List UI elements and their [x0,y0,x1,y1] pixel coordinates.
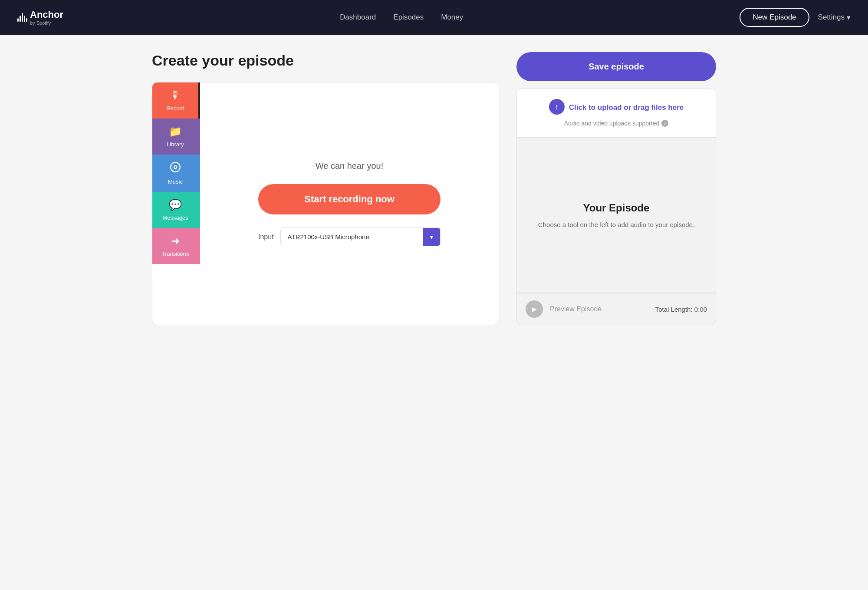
tool-record-label: Record [166,105,184,112]
tool-library[interactable]: 📁 Library [152,119,200,155]
library-icon: 📁 [169,125,182,138]
microphone-select[interactable]: ATR2100x-USB Microphone ▾ [280,227,441,246]
settings-chevron-icon: ▾ [847,13,851,22]
episode-panel: ↑ Click to upload or drag files here Aud… [516,88,716,325]
tool-music-label: Music [168,178,183,185]
transitions-icon: ➜ [171,235,180,247]
upload-zone[interactable]: ↑ Click to upload or drag files here Aud… [517,89,716,138]
your-episode-title: Your Episode [583,202,650,214]
info-icon[interactable]: i [661,120,668,127]
tool-record[interactable]: 🎙 Record [152,82,200,119]
play-icon: ▶ [532,306,537,313]
music-icon [170,162,181,175]
main-content: Create your episode 🎙 Record 📁 Library M… [130,35,738,343]
upload-subtext-label: Audio and video uploads supported [564,120,660,127]
upload-row: ↑ Click to upload or drag files here [549,99,684,116]
record-icon: 🎙 [170,89,181,102]
dropdown-arrow-icon[interactable]: ▾ [423,228,440,246]
tool-messages[interactable]: 💬 Messages [152,192,200,228]
tool-music[interactable]: Music [152,155,200,192]
microphone-name: ATR2100x-USB Microphone [281,228,423,246]
upload-click-text: Click to upload or drag files here [569,103,684,112]
start-recording-button[interactable]: Start recording now [258,184,441,214]
editor-area: 🎙 Record 📁 Library Music 💬 Messages [152,82,499,325]
upload-subtext: Audio and video uploads supported i [564,120,669,127]
total-length: Total Length: 0:00 [655,306,707,313]
upload-icon: ↑ [549,99,565,115]
tools-sidebar: 🎙 Record 📁 Library Music 💬 Messages [152,82,200,325]
main-nav: Dashboard Episodes Money [340,13,463,22]
messages-icon: 💬 [169,199,182,211]
tool-transitions[interactable]: ➜ Transitions [152,228,200,264]
settings-link[interactable]: Settings ▾ [818,13,851,22]
tool-library-label: Library [167,141,184,148]
hear-you-text: We can hear you! [316,161,383,171]
nav-dashboard[interactable]: Dashboard [340,13,376,22]
input-row: Input ATR2100x-USB Microphone ▾ [258,227,441,246]
left-column: Create your episode 🎙 Record 📁 Library M… [152,52,499,325]
input-label: Input [258,233,274,241]
tool-messages-label: Messages [162,214,188,221]
logo-subtitle: by Spotify [30,20,63,26]
save-episode-button[interactable]: Save episode [516,52,716,81]
page-title: Create your episode [152,52,499,69]
nav-money[interactable]: Money [441,13,463,22]
your-episode-section: Your Episode Choose a tool on the left t… [517,138,716,293]
header-right: New Episode Settings ▾ [740,8,851,27]
preview-episode-text: Preview Episode [550,305,602,313]
your-episode-subtitle: Choose a tool on the left to add audio t… [538,221,694,228]
logo-area: Anchor by Spotify [17,9,63,26]
svg-point-2 [174,166,176,168]
logo-waves-icon [17,13,27,22]
bottom-bar: ▶ Preview Episode Total Length: 0:00 [517,293,716,325]
nav-episodes[interactable]: Episodes [393,13,424,22]
logo-text: Anchor [30,9,63,20]
play-button[interactable]: ▶ [526,300,543,318]
new-episode-button[interactable]: New Episode [740,8,809,27]
record-panel: We can hear you! Start recording now Inp… [200,82,499,325]
settings-label: Settings [818,13,845,22]
header: Anchor by Spotify Dashboard Episodes Mon… [0,0,868,35]
tool-transitions-label: Transitions [161,251,189,257]
right-column: Save episode ↑ Click to upload or drag f… [516,52,716,325]
